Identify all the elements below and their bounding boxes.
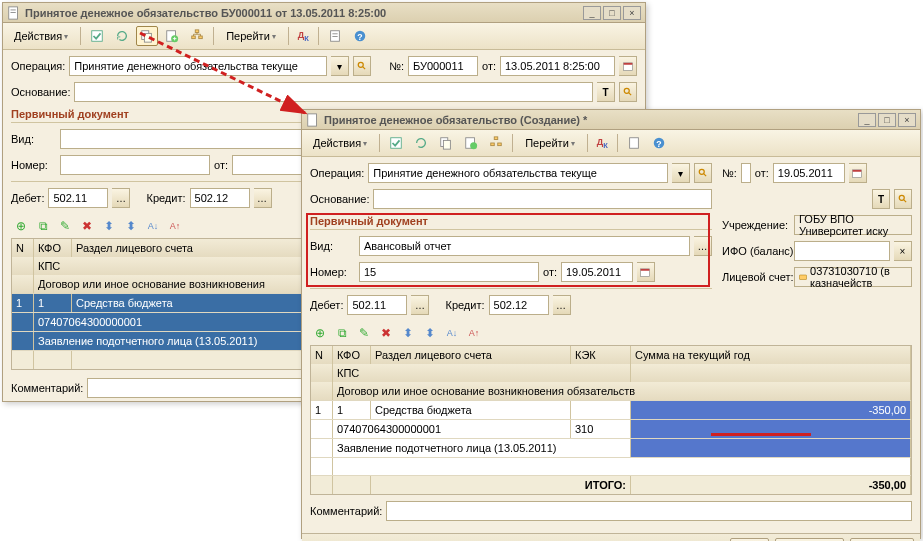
operation-dropdown-button[interactable]: ▾ [331, 56, 349, 76]
th-kfo[interactable]: КФО [333, 346, 371, 364]
sort-desc-icon[interactable]: A↑ [464, 323, 484, 343]
add-row-icon[interactable]: ⊕ [310, 323, 330, 343]
th-kfo[interactable]: КФО [34, 239, 72, 257]
credit-ellipsis-button[interactable]: … [254, 188, 272, 208]
add-copy-row-icon[interactable]: ⧉ [33, 216, 53, 236]
actions-menu[interactable]: Действия▾ [7, 27, 75, 45]
move-down-icon[interactable]: ⬍ [121, 216, 141, 236]
basis-t-button[interactable]: T [597, 82, 615, 102]
credit-field[interactable]: 502.12 [489, 295, 549, 315]
debit-ellipsis-button[interactable]: … [112, 188, 130, 208]
operation-field[interactable]: Принятие денежного обязательства текуще [368, 163, 668, 183]
table-row[interactable]: 1 1 Средства бюджета -350,00 [311, 400, 911, 419]
structure-icon[interactable] [485, 133, 507, 153]
move-down-icon[interactable]: ⬍ [420, 323, 440, 343]
th-dogovor[interactable]: Договор или иное основание возникновения… [333, 382, 911, 400]
add-row-icon[interactable]: ⊕ [11, 216, 31, 236]
calendar-button[interactable] [849, 163, 867, 183]
nomer-field[interactable] [60, 155, 210, 175]
table-row[interactable]: 07407064300000001 310 [311, 419, 911, 438]
dk-icon[interactable]: ДК [294, 27, 313, 46]
help-icon[interactable]: ? [349, 26, 371, 46]
th-n[interactable]: N [12, 239, 34, 257]
svg-rect-10 [199, 36, 203, 39]
new-based-icon[interactable] [460, 133, 482, 153]
empty-row [311, 457, 911, 475]
basis-field[interactable] [373, 189, 712, 209]
svg-rect-2 [11, 12, 16, 13]
sort-desc-icon[interactable]: A↑ [165, 216, 185, 236]
th-kek[interactable]: КЭК [571, 346, 631, 364]
edit-row-icon[interactable]: ✎ [354, 323, 374, 343]
refresh-icon[interactable] [111, 26, 133, 46]
svg-point-40 [899, 195, 904, 200]
svg-rect-23 [308, 113, 317, 125]
minimize-button[interactable]: _ [583, 6, 601, 20]
credit-field[interactable]: 502.12 [190, 188, 250, 208]
nomer-label: Номер: [11, 159, 56, 171]
comment-field[interactable] [386, 501, 912, 521]
th-sum[interactable]: Сумма на текущий год [631, 346, 911, 364]
move-up-icon[interactable]: ⬍ [398, 323, 418, 343]
number-field[interactable] [741, 163, 751, 183]
th-n[interactable]: N [311, 346, 333, 364]
refresh-icon[interactable] [410, 133, 432, 153]
copy-basis-icon[interactable] [136, 26, 158, 46]
new-based-icon[interactable] [161, 26, 183, 46]
edit-row-icon[interactable]: ✎ [55, 216, 75, 236]
ot-date-field[interactable] [232, 155, 307, 175]
grid-table: N КФО Раздел лицевого счета КЭК Сумма на… [310, 345, 912, 495]
date-field[interactable]: 19.05.2011 [773, 163, 845, 183]
operation-dropdown-button[interactable]: ▾ [672, 163, 690, 183]
credit-ellipsis-button[interactable]: … [553, 295, 571, 315]
post-icon[interactable] [86, 26, 108, 46]
maximize-button[interactable]: □ [603, 6, 621, 20]
debit-field[interactable]: 502.11 [347, 295, 407, 315]
basis-search-button[interactable] [894, 189, 912, 209]
actions-menu[interactable]: Действия▾ [306, 134, 374, 152]
svg-rect-8 [195, 30, 199, 33]
delete-row-icon[interactable]: ✖ [376, 323, 396, 343]
goto-menu[interactable]: Перейти▾ [219, 27, 283, 45]
report-icon[interactable] [324, 26, 346, 46]
svg-rect-30 [491, 143, 495, 146]
sort-asc-icon[interactable]: A↓ [442, 323, 462, 343]
table-row[interactable]: Заявление подотчетного лица (13.05.2011) [311, 438, 911, 457]
help-icon[interactable]: ? [648, 133, 670, 153]
th-kps[interactable]: КПС [333, 364, 631, 382]
svg-point-16 [358, 62, 363, 67]
operation-search-button[interactable] [353, 56, 371, 76]
dk-icon[interactable]: ДК [593, 134, 612, 153]
close-button[interactable]: × [623, 6, 641, 20]
date-field[interactable]: 13.05.2011 8:25:00 [500, 56, 615, 76]
add-copy-row-icon[interactable]: ⧉ [332, 323, 352, 343]
post-icon[interactable] [385, 133, 407, 153]
close-button[interactable]: × [898, 113, 916, 127]
operation-field[interactable]: Принятие денежного обязательства текуще [69, 56, 327, 76]
debit-field[interactable]: 502.11 [48, 188, 108, 208]
basis-label: Основание: [11, 86, 70, 98]
report-icon[interactable] [623, 133, 645, 153]
goto-menu[interactable]: Перейти▾ [518, 134, 582, 152]
sort-asc-icon[interactable]: A↓ [143, 216, 163, 236]
basis-field[interactable] [74, 82, 593, 102]
number-field[interactable]: БУ000011 [408, 56, 478, 76]
move-up-icon[interactable]: ⬍ [99, 216, 119, 236]
calendar-button[interactable] [619, 56, 637, 76]
uchr-field[interactable]: ГОБУ ВПО Университет иску [794, 215, 912, 235]
th-razdel[interactable]: Раздел лицевого счета [371, 346, 571, 364]
delete-row-icon[interactable]: ✖ [77, 216, 97, 236]
minimize-button[interactable]: _ [858, 113, 876, 127]
operation-search-button[interactable] [694, 163, 712, 183]
basis-search-button[interactable] [619, 82, 637, 102]
debit-ellipsis-button[interactable]: … [411, 295, 429, 315]
toolbar: Действия▾ Перейти▾ ДК ? [3, 23, 645, 50]
ifo-clear-button[interactable]: × [894, 241, 912, 261]
ifo-field[interactable] [794, 241, 890, 261]
structure-icon[interactable] [186, 26, 208, 46]
document-icon [7, 6, 21, 20]
basis-t-button[interactable]: T [872, 189, 890, 209]
copy-basis-icon[interactable] [435, 133, 457, 153]
maximize-button[interactable]: □ [878, 113, 896, 127]
lic-field[interactable]: 03731030710 (в казначейств [794, 267, 912, 287]
